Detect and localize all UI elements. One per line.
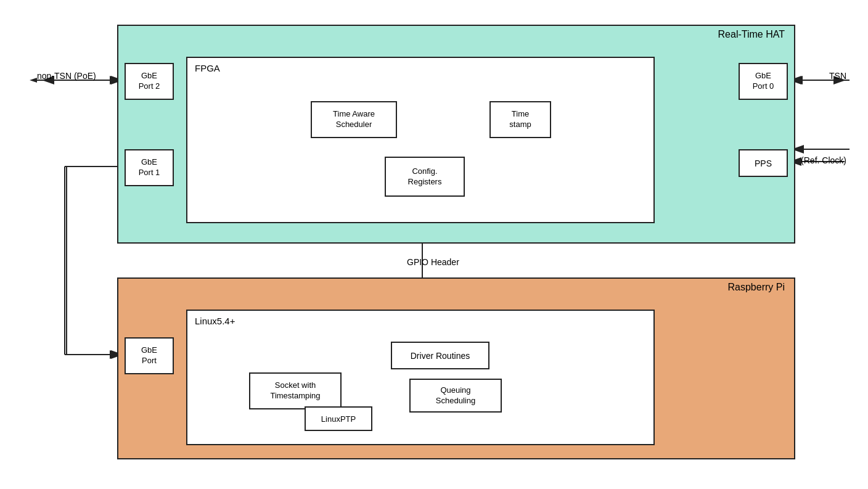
gbe-port1-label: GbEPort 1 [139, 157, 160, 178]
gbe-port0-box: GbEPort 0 [739, 63, 788, 100]
queuing-scheduling-label: QueuingScheduling [436, 385, 475, 406]
gbe-port2-label: GbEPort 2 [139, 71, 160, 92]
hat-label: Real-Time HAT [718, 29, 785, 40]
gbe-port1-box: GbEPort 1 [125, 149, 174, 186]
config-registers-box: Config.Registers [385, 157, 465, 197]
non-tsn-label: non-TSN (PoE) [37, 71, 96, 81]
driver-routines-label: Driver Routines [411, 351, 470, 361]
socket-timestamping-box: Socket withTimestamping [249, 372, 342, 409]
driver-routines-box: Driver Routines [391, 342, 489, 369]
tas-label: Time AwareScheduler [333, 109, 375, 130]
pps-label: PPS [755, 158, 772, 168]
svg-marker-4 [30, 78, 37, 83]
timestamp-label: Timestamp [509, 109, 531, 130]
config-registers-label: Config.Registers [408, 166, 442, 187]
rpi-label: Raspberry Pi [728, 282, 785, 293]
fpga-box: FPGA Time AwareScheduler Timestamp Confi… [186, 57, 655, 223]
socket-timestamping-label: Socket withTimestamping [270, 380, 320, 401]
gbe-port-pi-label: GbEPort [141, 345, 157, 366]
linuxptp-box: LinuxPTP [305, 406, 372, 431]
linux-label: Linux5.4+ [195, 316, 235, 326]
rpi-box: Raspberry Pi GbEPort Linux5.4+ Driver Ro… [117, 277, 795, 459]
tsn-label: TSN [829, 71, 846, 81]
queuing-scheduling-box: QueuingScheduling [409, 379, 502, 413]
ref-clock-label: (Ref. Clock) [801, 155, 846, 165]
linuxptp-label: LinuxPTP [321, 414, 356, 424]
pps-box: PPS [739, 149, 788, 177]
gbe-port-pi-box: GbEPort [125, 337, 174, 374]
gbe-port0-label: GbEPort 0 [753, 71, 774, 92]
hat-box: Real-Time HAT GbEPort 2 GbEPort 1 GbEPor… [117, 25, 795, 244]
linux-box: Linux5.4+ Driver Routines Socket withTim… [186, 310, 655, 445]
fpga-label: FPGA [195, 63, 220, 73]
diagram-container: Real-Time HAT GbEPort 2 GbEPort 1 GbEPor… [18, 12, 850, 478]
tas-box: Time AwareScheduler [311, 101, 397, 138]
timestamp-box: Timestamp [489, 101, 551, 138]
gpio-header-label: GPIO Header [407, 257, 459, 267]
gbe-port2-box: GbEPort 2 [125, 63, 174, 100]
